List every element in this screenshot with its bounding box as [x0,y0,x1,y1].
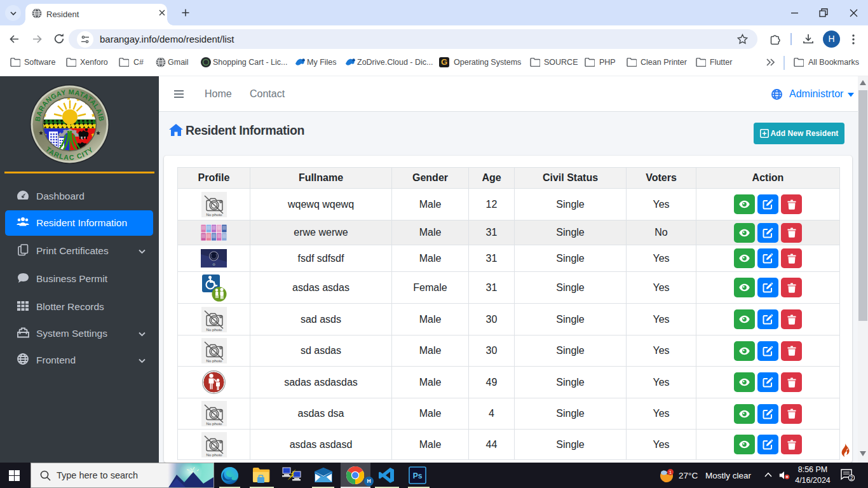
svg-text:✪: ✪ [212,262,215,266]
svg-text:No photo: No photo [206,358,222,363]
svg-text:No photo: No photo [206,452,222,456]
svg-text:2: 2 [850,475,853,481]
svg-text:Ps: Ps [413,471,423,480]
svg-text:No photo: No photo [206,421,222,426]
svg-text:No photo: No photo [206,327,222,331]
svg-text:1: 1 [669,470,672,475]
svg-text:No photo: No photo [206,212,222,216]
